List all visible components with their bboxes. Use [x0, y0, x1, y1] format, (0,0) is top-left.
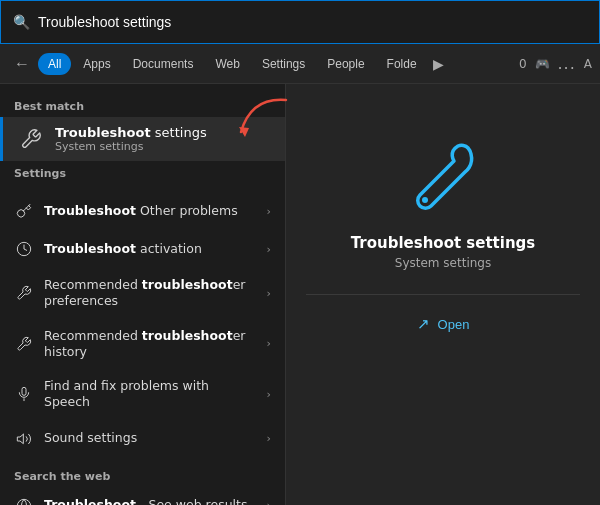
result-count: 0 — [519, 57, 527, 71]
chevron-icon-6: › — [267, 432, 271, 445]
list-text-sound: Sound settings — [44, 430, 257, 446]
tab-folders[interactable]: Folde — [377, 53, 427, 75]
list-item-troubleshoot-activation[interactable]: Troubleshoot activation › — [0, 230, 285, 268]
right-panel: Troubleshoot settings System settings ↗ … — [285, 84, 600, 505]
tab-web[interactable]: Web — [205, 53, 249, 75]
svg-point-4 — [17, 499, 30, 505]
list-text-speech: Find and fix problems with Speech — [44, 378, 257, 411]
key-icon — [14, 201, 34, 221]
list-item-recommended-history[interactable]: Recommended troubleshooterhistory › — [0, 319, 285, 370]
tab-people[interactable]: People — [317, 53, 374, 75]
left-panel: Best match Troubleshoot settings System … — [0, 84, 285, 505]
main-content: Best match Troubleshoot settings System … — [0, 84, 600, 505]
wrench2-icon — [14, 283, 34, 303]
clock-icon — [14, 239, 34, 259]
avatar[interactable]: A — [584, 57, 592, 71]
list-text-troubleshoot-activation: Troubleshoot activation — [44, 241, 257, 257]
settings-label: Settings — [0, 161, 285, 184]
open-label: Open — [438, 317, 470, 332]
tab-all[interactable]: All — [38, 53, 71, 75]
tab-apps[interactable]: Apps — [73, 53, 120, 75]
list-text-recommended-history: Recommended troubleshooterhistory — [44, 328, 257, 361]
list-item-web-search[interactable]: Troubleshoot - See web results › — [0, 487, 285, 506]
open-button[interactable]: ↗ Open — [417, 311, 470, 337]
back-button[interactable]: ← — [8, 51, 36, 77]
list-item-sound[interactable]: Sound settings › — [0, 420, 285, 458]
right-panel-icon — [403, 134, 483, 218]
filter-tabs: ← All Apps Documents Web Settings People… — [0, 44, 600, 84]
search-bar: 🔍 — [0, 0, 600, 44]
arrow-indicator — [231, 92, 296, 147]
svg-marker-3 — [17, 434, 23, 443]
tab-right-controls: 0 🎮 ... A — [519, 54, 592, 73]
web-search-icon — [14, 496, 34, 506]
chevron-icon: › — [267, 205, 271, 218]
play-button[interactable]: ▶ — [429, 52, 448, 76]
gamepad-icon: 🎮 — [535, 57, 550, 71]
more-options[interactable]: ... — [558, 54, 576, 73]
list-item-troubleshoot-other[interactable]: Troubleshoot Other problems › — [0, 192, 285, 230]
list-text-recommended-prefs: Recommended troubleshooterpreferences — [44, 277, 257, 310]
list-text-troubleshoot-other: Troubleshoot Other problems — [44, 203, 257, 219]
sound-icon — [14, 429, 34, 449]
chevron-icon-4: › — [267, 337, 271, 350]
list-text-web-search: Troubleshoot - See web results — [44, 497, 257, 505]
right-subtitle: System settings — [395, 256, 491, 270]
wrench3-icon — [14, 334, 34, 354]
chevron-icon-7: › — [267, 499, 271, 505]
search-icon: 🔍 — [13, 14, 30, 30]
settings-items: Troubleshoot Other problems › Troublesho… — [0, 192, 285, 458]
tab-documents[interactable]: Documents — [123, 53, 204, 75]
svg-point-7 — [422, 197, 428, 203]
chevron-icon-2: › — [267, 243, 271, 256]
tab-settings[interactable]: Settings — [252, 53, 315, 75]
search-web-section: Search the web Troubleshoot - See web re… — [0, 464, 285, 506]
chevron-icon-5: › — [267, 388, 271, 401]
divider — [306, 294, 580, 295]
right-title: Troubleshoot settings — [351, 234, 536, 252]
search-web-label: Search the web — [0, 464, 285, 487]
search-input[interactable] — [38, 14, 587, 30]
chevron-icon-3: › — [267, 287, 271, 300]
list-item-recommended-prefs[interactable]: Recommended troubleshooterpreferences › — [0, 268, 285, 319]
svg-rect-1 — [22, 388, 26, 396]
wrench-icon — [17, 125, 45, 153]
mic-icon — [14, 384, 34, 404]
open-icon: ↗ — [417, 315, 430, 333]
list-item-speech[interactable]: Find and fix problems with Speech › — [0, 369, 285, 420]
